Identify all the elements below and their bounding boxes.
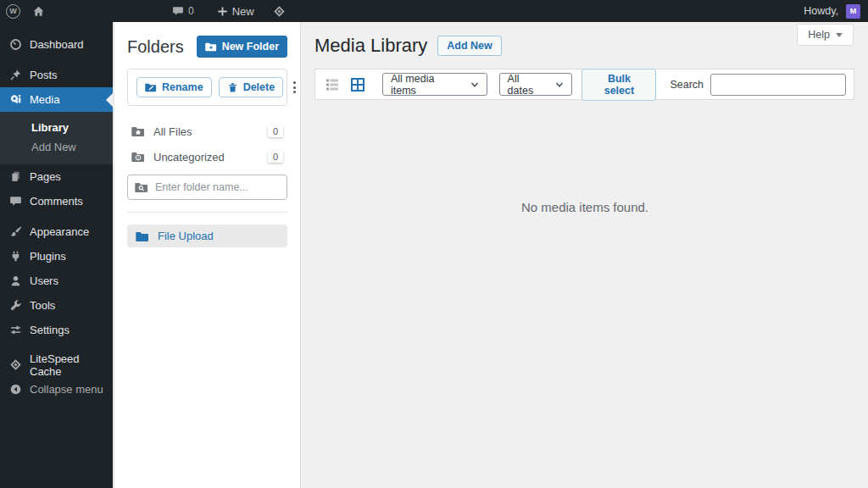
submenu-item-add-new[interactable]: Add New [0,137,113,157]
folder-search-icon [135,180,148,194]
date-filter-select[interactable]: All dates [499,73,573,96]
sidebar-item-settings[interactable]: Settings [0,318,113,342]
search-label: Search [670,79,704,91]
media-submenu: Library Add New [0,112,113,164]
folders-title: Folders [127,37,184,57]
sidebar-label: Appearance [30,225,89,238]
admin-sidebar: Dashboard Posts Media Library Add New Pa… [0,0,113,488]
folder-more-options-button[interactable] [290,78,299,97]
folders-panel-header: Folders New Folder [127,36,287,58]
admin-bar: W 0 New Howdy, M [0,0,868,22]
folder-info-icon [131,150,145,164]
submenu-item-library[interactable]: Library [0,118,113,137]
folder-count-badge: 0 [268,151,283,163]
list-view-icon [325,77,340,92]
collapse-menu-button[interactable]: Collapse menu [0,377,113,402]
folder-list: All Files 0 Uncategorized 0 [127,119,287,169]
sidebar-label: Tools [30,299,55,312]
sidebar-label: Users [30,274,58,287]
delete-label: Delete [243,81,275,93]
paintbrush-icon [8,225,22,238]
folder-name: Uncategorized [153,151,225,164]
sidebar-item-plugins[interactable]: Plugins [0,244,113,269]
media-search-input[interactable] [710,74,846,96]
folder-count-badge: 0 [268,125,283,137]
folder-blue-icon [136,230,149,243]
date-filter-value: All dates [508,73,548,97]
menu-separator [0,214,113,219]
folder-actions-card: Rename Delete [127,69,287,106]
sidebar-label: Settings [30,324,70,336]
admin-bar-litespeed[interactable] [267,0,292,22]
page-title: Media Library [314,35,427,57]
visit-site-button[interactable] [26,0,51,22]
sidebar-item-comments[interactable]: Comments [0,189,113,214]
sidebar-label: Comments [30,195,83,208]
sidebar-label: LiteSpeed Cache [30,352,108,378]
sidebar-label: Dashboard [30,38,84,51]
pushpin-icon [8,69,22,81]
new-label: New [232,5,254,18]
delete-folder-button[interactable]: Delete [219,77,284,97]
comment-bubble-icon [172,5,184,17]
pages-icon [8,170,22,183]
admin-bar-comments[interactable]: 0 [166,0,200,22]
new-folder-button[interactable]: New Folder [197,36,287,58]
list-view-button[interactable] [323,75,342,94]
sidebar-item-pages[interactable]: Pages [0,164,113,189]
upload-folder-name: File Upload [158,230,214,242]
sidebar-item-media[interactable]: Media [0,87,113,112]
plus-icon [217,6,228,17]
home-icon [32,5,45,18]
sidebar-item-litespeed-cache[interactable]: LiteSpeed Cache [0,352,113,377]
comment-bubble-icon [8,195,22,208]
rename-label: Rename [162,81,203,93]
new-folder-label: New Folder [222,41,279,53]
sidebar-label: Pages [30,170,61,183]
sidebar-item-dashboard[interactable]: Dashboard [0,32,113,57]
grid-view-button[interactable] [348,75,367,94]
chevron-down-icon [836,33,843,37]
chevron-down-icon [555,80,564,89]
sidebar-item-tools[interactable]: Tools [0,293,113,318]
folder-edit-icon [145,81,157,93]
collapse-arrow-icon [8,383,22,396]
user-avatar: M [846,4,860,19]
wordpress-logo-menu[interactable]: W [0,0,26,22]
plug-icon [8,250,22,263]
media-folders-icon [8,93,22,106]
admin-bar-new[interactable]: New [211,0,260,22]
add-new-media-button[interactable]: Add New [437,36,501,56]
media-toolbar: All media items All dates Bulk select Se… [314,69,854,100]
folders-panel: Folders New Folder Rename Delete [113,22,301,488]
folder-row-uncategorized[interactable]: Uncategorized 0 [127,144,287,169]
sidebar-item-users[interactable]: Users [0,269,113,293]
litespeed-diamond-icon [8,358,22,371]
sidebar-item-appearance[interactable]: Appearance [0,219,113,244]
howdy-label: Howdy, [804,5,838,17]
rename-folder-button[interactable]: Rename [136,77,212,97]
sidebar-label: Collapse menu [30,383,103,396]
bulk-select-button[interactable]: Bulk select [581,69,656,101]
file-upload-folder-row[interactable]: File Upload [127,225,287,247]
empty-state-message: No media items found. [302,200,868,214]
folder-row-all-files[interactable]: All Files 0 [127,119,287,144]
help-dropdown-button[interactable]: Help [797,24,854,46]
sidebar-item-posts[interactable]: Posts [0,63,113,87]
media-type-filter-select[interactable]: All media items [382,73,487,96]
settings-sliders-icon [8,324,22,336]
folder-plus-icon [205,41,217,53]
admin-bar-account[interactable]: Howdy, M [804,4,868,19]
sidebar-label: Posts [30,69,58,81]
help-label: Help [808,29,830,41]
folder-name-input[interactable] [155,181,280,193]
comments-count: 0 [188,5,194,17]
wrench-icon [8,299,22,312]
dashboard-icon [8,38,22,51]
folder-home-icon [131,125,145,138]
trash-icon [227,82,238,93]
chevron-down-icon [470,80,479,89]
sidebar-label: Media [30,93,59,106]
menu-separator [0,342,113,352]
menu-separator [0,57,113,63]
